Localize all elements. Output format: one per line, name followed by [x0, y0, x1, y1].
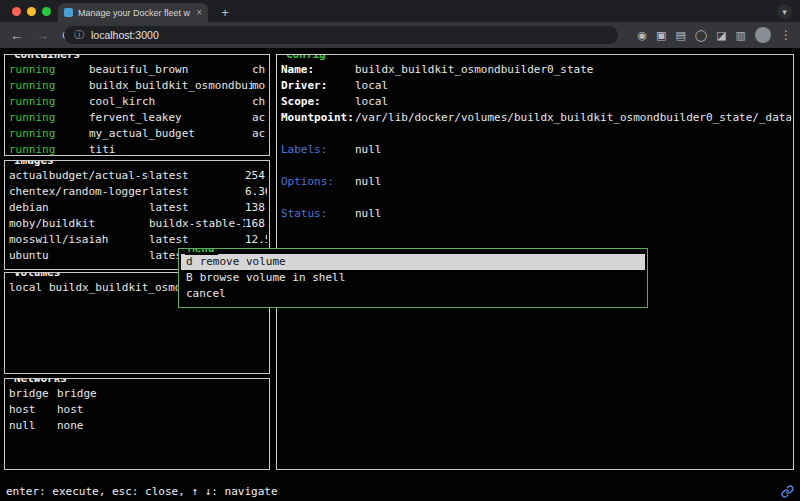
container-name: beautiful_brown — [89, 62, 252, 78]
container-row[interactable]: running titi — [9, 142, 267, 156]
menu-item[interactable]: B browse volume in shell — [181, 270, 645, 286]
image-size: 12.56 — [245, 232, 267, 248]
container-state: running — [9, 110, 89, 126]
network-driver: none — [57, 418, 267, 434]
container-name: my_actual_budget — [89, 126, 252, 142]
config-value: /var/lib/docker/volumes/buildx_buildkit_… — [355, 110, 791, 126]
password-eye-icon[interactable]: ◉ — [637, 30, 647, 41]
image-row[interactable]: debian latest 138.84 — [9, 200, 267, 216]
image-size: 138.84 — [245, 200, 267, 216]
menu-item-key: d — [186, 254, 193, 270]
image-size: 6.36MB — [245, 184, 267, 200]
container-row[interactable]: running cool_kirch ch — [9, 94, 267, 110]
address-bar[interactable]: ⓘ localhost:3000 — [64, 26, 618, 44]
side-panel-icon[interactable]: ▥ — [736, 30, 746, 41]
forward-icon[interactable]: → — [36, 29, 49, 42]
networks-list: bridge bridge host host null none — [9, 386, 267, 469]
translate-icon[interactable]: ▣ — [656, 30, 666, 41]
networks-panel-title: Networks — [11, 378, 70, 385]
menu-item[interactable]: cancel — [181, 286, 645, 302]
image-tag: latest — [149, 200, 245, 216]
config-key: Options: — [281, 174, 355, 190]
site-info-icon[interactable]: ⓘ — [74, 28, 84, 42]
config-key: Status: — [281, 206, 355, 222]
config-key: Mountpoint: — [281, 110, 355, 126]
menu-item-label: cancel — [186, 286, 226, 302]
networks-panel: Networks bridge bridge host host null no… — [4, 378, 270, 470]
menu-item-key: B — [186, 270, 193, 286]
config-row: Driver: local — [281, 78, 791, 94]
back-icon[interactable]: ← — [10, 29, 23, 42]
new-tab-button[interactable]: + — [216, 3, 234, 21]
container-row[interactable]: running beautiful_brown ch — [9, 62, 267, 78]
config-row: Name: buildx_buildkit_osmondbuilder0_sta… — [281, 62, 791, 78]
image-name: chentex/random-logger — [9, 184, 149, 200]
close-window-button[interactable] — [12, 7, 21, 16]
url-text: localhost:3000 — [91, 29, 159, 41]
container-image: mo — [252, 78, 267, 94]
minimize-window-button[interactable] — [27, 7, 36, 16]
browser-toolbar: ← → ⟳ ⓘ localhost:3000 ◉ ▣ ▤ ◯ ◪ ▥ ⋮ — [0, 22, 800, 48]
profile-sync-icon[interactable]: ◯ — [695, 30, 707, 41]
container-image: ac — [252, 110, 267, 126]
menu-item-label: browse volume in shell — [200, 270, 346, 286]
network-row[interactable]: host host — [9, 402, 267, 418]
container-state: running — [9, 126, 89, 142]
container-name: cool_kirch — [89, 94, 252, 110]
containers-panel: Containers running beautiful_brown ch ru… — [4, 54, 270, 156]
config-row: Mountpoint: /var/lib/docker/volumes/buil… — [281, 110, 791, 126]
profile-avatar[interactable] — [755, 27, 771, 43]
image-name: debian — [9, 200, 149, 216]
image-row[interactable]: moby/buildkit buildx-stable-1 168.13 — [9, 216, 267, 232]
zoom-window-button[interactable] — [42, 7, 51, 16]
browser-menu-icon[interactable]: ⋮ — [780, 29, 792, 41]
network-name: bridge — [9, 386, 57, 402]
status-bar: enter: execute, esc: close, ↑ ↓: navigat… — [6, 484, 794, 499]
config-value: null — [355, 174, 791, 190]
image-size: 168.13 — [245, 216, 267, 232]
config-row: Labels: null — [281, 142, 791, 158]
docker-tui: Containers running beautiful_brown ch ru… — [0, 48, 800, 501]
menu-popup: Menu d remove volume B browse volume in … — [178, 248, 648, 308]
link-icon[interactable] — [781, 485, 794, 498]
config-value: local — [355, 78, 791, 94]
image-tag: buildx-stable-1 — [149, 216, 245, 232]
menu-item[interactable]: d remove volume — [181, 254, 645, 270]
images-panel-title: Images — [11, 160, 57, 167]
image-tag: latest — [149, 232, 245, 248]
containers-panel-title: Containers — [11, 54, 83, 61]
browser-tab[interactable]: Manage your Docker fleet w × — [58, 3, 208, 22]
image-size: 254.98 — [245, 168, 267, 184]
config-value: buildx_buildkit_osmondbuilder0_state — [355, 62, 791, 78]
image-name: moby/buildkit — [9, 216, 149, 232]
tab-strip: Manage your Docker fleet w × + ▾ — [0, 0, 800, 22]
extensions-icon[interactable]: ◪ — [716, 30, 726, 41]
container-row[interactable]: running fervent_leakey ac — [9, 110, 267, 126]
image-name: mosswill/isaiah — [9, 232, 149, 248]
tab-search-icon[interactable]: ▾ — [777, 4, 792, 19]
menu-popup-title: Menu — [185, 248, 218, 255]
image-name: actualbudget/actual-server — [9, 168, 149, 184]
config-key: Labels: — [281, 142, 355, 158]
container-image: ac — [252, 126, 267, 142]
image-row[interactable]: actualbudget/actual-server latest 254.98 — [9, 168, 267, 184]
config-value: null — [355, 142, 791, 158]
tab-title: Manage your Docker fleet w — [78, 8, 191, 18]
image-row[interactable]: chentex/random-logger latest 6.36MB — [9, 184, 267, 200]
image-tag: latest — [149, 168, 245, 184]
network-row[interactable]: bridge bridge — [9, 386, 267, 402]
volumes-panel-title: Volumes — [11, 272, 63, 279]
network-driver: bridge — [57, 386, 267, 402]
network-row[interactable]: null none — [9, 418, 267, 434]
network-name: host — [9, 402, 57, 418]
reading-list-icon[interactable]: ▤ — [675, 30, 685, 41]
container-row[interactable]: running my_actual_budget ac — [9, 126, 267, 142]
network-driver: host — [57, 402, 267, 418]
menu-items: d remove volume B browse volume in shell… — [181, 254, 645, 307]
image-row[interactable]: mosswill/isaiah latest 12.56 — [9, 232, 267, 248]
container-state: running — [9, 94, 89, 110]
container-row[interactable]: running buildx_buildkit_osmondbuilder0 m… — [9, 78, 267, 94]
config-row: Status: null — [281, 206, 791, 222]
tab-close-icon[interactable]: × — [196, 7, 202, 18]
network-name: null — [9, 418, 57, 434]
